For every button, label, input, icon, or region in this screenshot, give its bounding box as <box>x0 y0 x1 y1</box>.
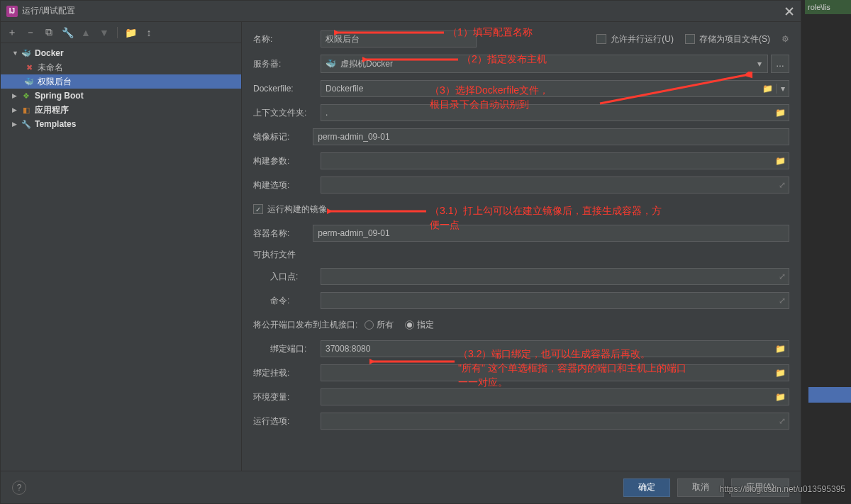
copy-button[interactable]: ⧉ <box>43 27 55 38</box>
sort-icon[interactable]: ↕ <box>143 27 155 38</box>
entrypoint-input[interactable] <box>321 269 779 284</box>
tree-label: Spring Boot <box>35 91 84 101</box>
tree-label: Docker <box>35 48 64 58</box>
run-opts-field: ⤢ <box>321 413 789 430</box>
bind-port-input[interactable] <box>321 341 772 357</box>
folder-icon[interactable]: 📁 <box>772 156 789 166</box>
tree-node-application[interactable]: ▶ ◧ 应用程序 <box>1 103 241 117</box>
folder-icon[interactable]: 📁 <box>772 368 789 378</box>
allow-parallel-label[interactable]: 允许并行运行(U) <box>611 33 674 45</box>
folder-icon[interactable]: 📁 <box>772 344 789 354</box>
container-name-input[interactable] <box>313 225 789 242</box>
help-button[interactable]: ? <box>12 481 26 495</box>
tree-node-unnamed[interactable]: ✖ 未命名 <box>1 60 241 74</box>
cancel-button[interactable]: 取消 <box>677 478 724 497</box>
error-icon: ✖ <box>23 62 35 73</box>
tree-label: 应用程序 <box>35 104 69 116</box>
command-input[interactable] <box>321 293 779 308</box>
sidebar-toolbar: ＋ － ⧉ 🔧 ▲ ▼ 📁 ↕ <box>1 22 241 43</box>
chevron-down-icon: ▼ <box>12 50 21 57</box>
build-opts-label: 构建选项: <box>253 179 321 191</box>
down-icon[interactable]: ▼ <box>99 27 110 38</box>
allow-parallel-checkbox[interactable] <box>596 34 606 44</box>
command-label: 命令: <box>253 295 321 307</box>
radio-all-label[interactable]: 所有 <box>377 319 394 331</box>
env-label: 环境变量: <box>253 391 321 403</box>
chevron-down-icon[interactable]: ▾ <box>776 84 789 94</box>
docker-icon: 🐳 <box>326 59 336 69</box>
executable-header: 可执行文件 <box>253 249 789 261</box>
run-opts-input[interactable] <box>321 413 779 429</box>
folder-icon[interactable]: 📁 <box>772 108 789 118</box>
name-label: 名称: <box>253 33 321 45</box>
expand-icon[interactable]: ⤢ <box>779 416 789 426</box>
row-bind-mount: 绑定挂载: 📁 <box>253 364 789 381</box>
add-button[interactable]: ＋ <box>6 27 18 38</box>
context-input[interactable] <box>321 105 772 121</box>
publish-radio-group: 所有 指定 <box>365 319 434 331</box>
background-editor-tab: role\lis <box>805 0 851 14</box>
folder-icon[interactable]: 📁 <box>772 392 789 402</box>
folder-icon[interactable]: 📁 <box>759 84 776 94</box>
row-command: 命令: ⤢ <box>253 292 789 309</box>
run-built-label[interactable]: 运行构建的镜像 <box>267 203 327 215</box>
dialog-body: ＋ － ⧉ 🔧 ▲ ▼ 📁 ↕ ▼ 🐳 Docker ✖ 未命名 <box>1 22 801 471</box>
publish-label: 将公开端口发布到主机接口: <box>253 319 357 331</box>
main-panel: 名称: 允许并行运行(U) 存储为项目文件(S) ⚙ 服务器: 🐳 虚拟机Doc… <box>242 22 801 471</box>
row-dockerfile: Dockerfile: 📁 ▾ <box>253 80 789 97</box>
context-label: 上下文文件夹: <box>253 107 321 119</box>
run-built-checkbox[interactable] <box>253 204 263 214</box>
server-more-button[interactable]: … <box>771 55 789 73</box>
env-input[interactable] <box>321 389 772 405</box>
close-icon[interactable] <box>784 6 795 17</box>
dialog-footer: ? 确定 取消 应用(A) <box>1 471 801 503</box>
image-tag-input[interactable] <box>313 128 789 145</box>
command-field: ⤢ <box>321 292 789 309</box>
store-project-label[interactable]: 存储为项目文件(S) <box>699 33 770 45</box>
tree-node-springboot[interactable]: ▶ ❖ Spring Boot <box>1 89 241 103</box>
bind-mount-input[interactable] <box>321 365 772 381</box>
remove-button[interactable]: － <box>25 27 36 38</box>
wrench-icon: 🔧 <box>21 118 32 130</box>
titlebar: IJ 运行/调试配置 <box>1 1 801 22</box>
name-input[interactable] <box>321 30 477 47</box>
row-server: 服务器: 🐳 虚拟机Docker … <box>253 55 789 73</box>
radio-specify-label[interactable]: 指定 <box>417 319 434 331</box>
store-project-checkbox[interactable] <box>685 34 695 44</box>
background-selection <box>808 387 851 403</box>
tree-node-templates[interactable]: ▶ 🔧 Templates <box>1 117 241 131</box>
run-debug-config-dialog: IJ 运行/调试配置 ＋ － ⧉ 🔧 ▲ ▼ 📁 ↕ ▼ 🐳 Docker <box>0 0 801 504</box>
row-run-opts: 运行选项: ⤢ <box>253 413 789 430</box>
radio-specify[interactable] <box>405 320 414 330</box>
bind-mount-label: 绑定挂载: <box>253 367 321 379</box>
watermark: https://blog.csdn.net/u013595395 <box>720 484 845 494</box>
expand-icon[interactable]: ⤢ <box>779 271 789 281</box>
entrypoint-field: ⤢ <box>321 268 789 285</box>
top-options: 允许并行运行(U) 存储为项目文件(S) ⚙ <box>596 33 789 45</box>
up-icon[interactable]: ▲ <box>80 27 91 38</box>
bind-port-label: 绑定端口: <box>253 343 321 355</box>
row-publish-ports: 将公开端口发布到主机接口: 所有 指定 <box>253 316 789 333</box>
image-tag-label: 镜像标记: <box>253 131 313 143</box>
row-bind-port: 绑定端口: 📁 <box>253 340 789 357</box>
build-opts-input[interactable] <box>321 177 779 193</box>
folder-icon[interactable]: 📁 <box>125 27 136 38</box>
row-entrypoint: 入口点: ⤢ <box>253 268 789 285</box>
gear-icon[interactable]: ⚙ <box>782 34 789 44</box>
tree-node-selected[interactable]: 🐳 权限后台 <box>1 74 241 89</box>
tree-node-docker[interactable]: ▼ 🐳 Docker <box>1 46 241 60</box>
tree-label: 权限后台 <box>38 76 72 88</box>
entrypoint-label: 入口点: <box>253 271 321 283</box>
tree-label: Templates <box>35 119 76 129</box>
radio-all[interactable] <box>365 320 374 330</box>
build-args-input[interactable] <box>321 153 772 169</box>
dockerfile-field: 📁 ▾ <box>321 80 789 97</box>
server-select[interactable]: 🐳 虚拟机Docker <box>321 55 768 73</box>
docker-icon: 🐳 <box>21 47 32 59</box>
expand-icon[interactable]: ⤢ <box>779 180 789 190</box>
ok-button[interactable]: 确定 <box>623 478 670 497</box>
expand-icon[interactable]: ⤢ <box>779 296 789 306</box>
wrench-icon[interactable]: 🔧 <box>62 27 73 38</box>
build-args-label: 构建参数: <box>253 155 321 167</box>
dockerfile-input[interactable] <box>321 81 759 96</box>
